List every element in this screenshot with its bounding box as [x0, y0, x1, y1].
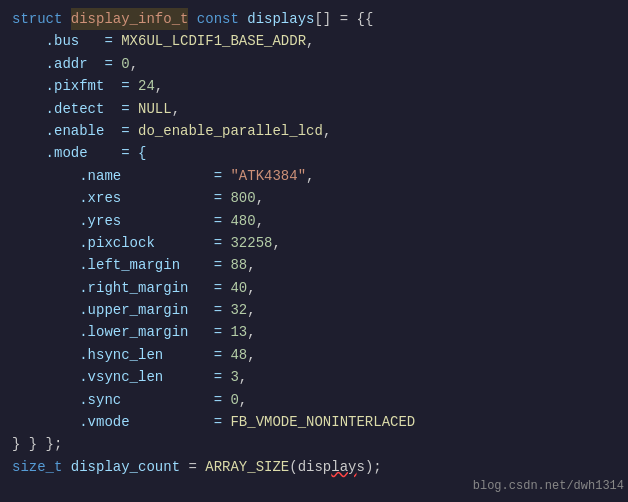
code-token: displays [247, 8, 314, 30]
code-token: 24 [138, 75, 155, 97]
code-token: 0 [230, 389, 238, 411]
code-token: , [256, 210, 264, 232]
code-token: , [256, 187, 264, 209]
code-token: , [323, 120, 331, 142]
code-token: .upper_margin = [12, 299, 230, 321]
code-token: , [155, 75, 163, 97]
code-line: .lower_margin = 13, [12, 321, 616, 343]
code-line: .sync = 0, [12, 389, 616, 411]
code-line: .vmode = FB_VMODE_NONINTERLACED [12, 411, 616, 433]
code-line: size_t display_count = ARRAY_SIZE(displa… [12, 456, 616, 478]
code-token: .name = [12, 165, 230, 187]
code-line: .detect = NULL, [12, 98, 616, 120]
code-token: , [130, 53, 138, 75]
code-token: 800 [230, 187, 255, 209]
code-line: .bus = MX6UL_LCDIF1_BASE_ADDR, [12, 30, 616, 52]
code-token: FB_VMODE_NONINTERLACED [230, 411, 415, 433]
code-token: , [247, 299, 255, 321]
code-token: , [272, 232, 280, 254]
code-token: MX6UL_LCDIF1_BASE_ADDR [121, 30, 306, 52]
code-token: = [180, 456, 205, 478]
code-line: .yres = 480, [12, 210, 616, 232]
code-token: s); [357, 456, 382, 478]
code-line: .vsync_len = 3, [12, 366, 616, 388]
code-line: .left_margin = 88, [12, 254, 616, 276]
code-token: .sync = [12, 389, 230, 411]
code-token: "ATK4384" [230, 165, 306, 187]
code-token: .pixclock = [12, 232, 230, 254]
code-token: 48 [230, 344, 247, 366]
code-line: .addr = 0, [12, 53, 616, 75]
code-line: .mode = { [12, 142, 616, 164]
code-line: .name = "ATK4384", [12, 165, 616, 187]
code-token: , [239, 366, 247, 388]
code-token: .mode = { [12, 142, 146, 164]
code-token: .yres = [12, 210, 230, 232]
code-token: display_info_t [71, 8, 189, 30]
code-token: const [188, 8, 247, 30]
code-line: .pixfmt = 24, [12, 75, 616, 97]
code-token: .vsync_len = [12, 366, 230, 388]
code-line: .enable = do_enable_parallel_lcd, [12, 120, 616, 142]
code-line: .xres = 800, [12, 187, 616, 209]
code-token: ARRAY_SIZE [205, 456, 289, 478]
code-token: 480 [230, 210, 255, 232]
code-token: .hsync_len = [12, 344, 230, 366]
code-token: , [172, 98, 180, 120]
code-token: .left_margin = [12, 254, 230, 276]
code-token: do_enable_parallel_lcd [138, 120, 323, 142]
code-token: , [239, 389, 247, 411]
code-token: , [306, 165, 314, 187]
code-line: .pixclock = 32258, [12, 232, 616, 254]
code-token: display_count [71, 456, 180, 478]
code-editor: struct display_info_t const displays[] =… [0, 0, 628, 502]
code-line: } } }; [12, 433, 616, 455]
code-token: .detect = [12, 98, 138, 120]
code-token: [] = {{ [314, 8, 373, 30]
code-token: NULL [138, 98, 172, 120]
code-token: .lower_margin = [12, 321, 230, 343]
code-token: .pixfmt = [12, 75, 138, 97]
code-token: , [247, 254, 255, 276]
code-token: , [247, 277, 255, 299]
code-token: .vmode = [12, 411, 230, 433]
code-token: 32 [230, 299, 247, 321]
code-token: (disp [289, 456, 331, 478]
code-token: 3 [230, 366, 238, 388]
code-token: .enable = [12, 120, 138, 142]
code-token: lay [331, 456, 356, 478]
code-token: struct [12, 8, 71, 30]
code-token: , [247, 321, 255, 343]
code-token: 13 [230, 321, 247, 343]
code-line: .hsync_len = 48, [12, 344, 616, 366]
code-token: , [306, 30, 314, 52]
code-token: .bus = [12, 30, 121, 52]
code-token: .addr = [12, 53, 121, 75]
code-token: , [247, 344, 255, 366]
watermark: blog.csdn.net/dwh1314 [469, 477, 628, 496]
code-line: .upper_margin = 32, [12, 299, 616, 321]
code-line: .right_margin = 40, [12, 277, 616, 299]
code-token: 0 [121, 53, 129, 75]
code-token: .xres = [12, 187, 230, 209]
code-token: 88 [230, 254, 247, 276]
code-token: } } }; [12, 433, 62, 455]
code-token: .right_margin = [12, 277, 230, 299]
code-token: 32258 [230, 232, 272, 254]
code-token: size_t [12, 456, 71, 478]
code-line: struct display_info_t const displays[] =… [12, 8, 616, 30]
code-token: 40 [230, 277, 247, 299]
code-content: struct display_info_t const displays[] =… [12, 8, 616, 478]
